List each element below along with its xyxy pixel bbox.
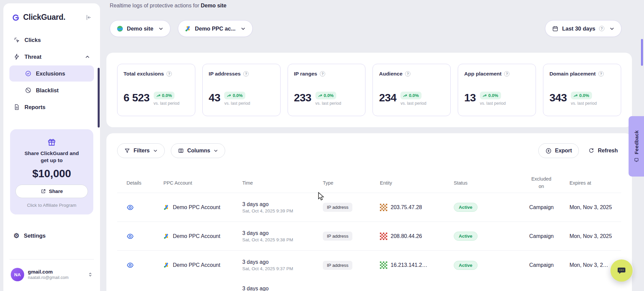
chevron-sort-icon[interactable] (87, 272, 93, 278)
affiliate-link[interactable]: Click to Affiliate Program (27, 203, 77, 208)
prohibited-icon (25, 87, 32, 94)
sidebar-item-label: Threat (24, 54, 41, 60)
feedback-tab-label: Feedback (634, 130, 639, 154)
stat-caption: vs. last period (224, 101, 250, 106)
sidebar-item-label: Clicks (24, 37, 41, 43)
col-header-status: Status (454, 180, 529, 186)
stat-value: 343 (549, 92, 567, 104)
google-ads-icon (163, 262, 169, 268)
page-scrollbar[interactable] (641, 39, 643, 66)
stat-delta: 0.0% (409, 93, 419, 98)
funnel-icon (124, 148, 130, 154)
gear-icon: ⚙ (13, 232, 19, 239)
time-relative: 3 days ago (242, 259, 268, 265)
sidebar-item-exclusions[interactable]: Exclusions (9, 65, 94, 82)
filters-button[interactable]: Filters (117, 143, 165, 158)
export-button[interactable]: Export (538, 143, 579, 158)
status-badge: Active (454, 261, 478, 270)
stat-card: App placement ? 13 0.0% vs. last period (458, 64, 536, 116)
subtitle-site-name: Demo site (201, 3, 226, 8)
status-badge: Active (454, 232, 478, 241)
affiliate-promo-card: Share ClickGuard and get up to $10,000 S… (10, 129, 93, 214)
columns-button[interactable]: Columns (171, 143, 225, 158)
sidebar-item-threat[interactable]: Threat (9, 49, 94, 65)
stat-caption: vs. last period (480, 101, 506, 106)
stat-card: IP ranges ? 233 0.0% vs. last period (288, 64, 366, 116)
help-icon[interactable]: ? (598, 71, 604, 77)
entity-identicon (380, 204, 387, 211)
refresh-button-label: Refresh (598, 148, 618, 154)
table-row[interactable]: Demo PPC Account 3 days ago Sat, Oct 4, … (117, 251, 621, 280)
stat-caption: vs. last period (400, 101, 426, 106)
calendar-icon (552, 26, 558, 32)
site-selector[interactable]: Demo site (110, 20, 170, 37)
stat-caption: vs. last period (315, 101, 341, 106)
help-icon[interactable]: ? (320, 71, 325, 77)
sidebar-item-label: Reports (24, 104, 45, 110)
table-row[interactable]: Demo PPC Account 3 days ago Sat, Oct 4, … (117, 222, 621, 251)
col-header-ppc-account: PPC Account (163, 180, 242, 186)
refresh-icon (588, 148, 594, 154)
sidebar-item-reports[interactable]: Reports (9, 99, 94, 115)
page-subtitle: Realtime logs of protective actions for … (110, 3, 227, 9)
chevron-down-icon (241, 26, 246, 31)
trend-up-icon (483, 94, 487, 98)
view-details-eye-icon[interactable] (127, 204, 134, 211)
type-badge: IP address (323, 203, 352, 212)
user-account-menu[interactable]: NA gmail.com naatali.ro@gmail.com (8, 265, 96, 284)
clickguard-logo-icon (11, 13, 20, 22)
sidebar-item-label: Exclusions (36, 70, 65, 77)
sidebar-scrollbar[interactable] (98, 68, 100, 128)
stat-label: IP ranges (294, 71, 317, 77)
table-row[interactable]: Demo PPC Account 3 days ago Sat, Oct 4, … (117, 193, 621, 222)
status-badge: Active (454, 203, 478, 212)
view-details-eye-icon[interactable] (127, 233, 134, 240)
promo-amount: $10,000 (32, 167, 71, 180)
chevron-up-icon[interactable] (85, 54, 90, 59)
help-icon[interactable]: ? (504, 71, 509, 77)
feedback-tab[interactable]: Feedback (629, 116, 644, 177)
col-header-type: Type (323, 180, 380, 186)
ppc-account-selector[interactable]: Demo PPC ac... (178, 20, 253, 37)
share-icon (41, 189, 46, 194)
stat-card: Audience ? 234 0.0% vs. last period (373, 64, 451, 116)
sidebar-nav: Clicks Threat Exclusions Blacklist (9, 32, 94, 115)
stat-delta: 0.0% (579, 93, 589, 98)
help-icon[interactable]: ? (405, 71, 410, 77)
col-header-time: Time (242, 180, 323, 186)
trend-up-icon (156, 94, 160, 98)
sidebar-item-clicks[interactable]: Clicks (9, 32, 94, 48)
sidebar: ClickGuard. Clicks Threat Exclusions (3, 3, 100, 291)
stat-label: Audience (379, 71, 402, 77)
sidebar-item-settings[interactable]: ⚙ Settings (9, 228, 94, 244)
divider (9, 259, 94, 259)
share-button[interactable]: Share (15, 185, 88, 198)
chat-bubble-icon (616, 265, 627, 276)
entity-value: 203.75.47.28 (391, 204, 422, 210)
help-icon[interactable]: ? (243, 71, 249, 77)
date-range-selector[interactable]: Last 30 days ? (545, 20, 622, 37)
table-row-partial[interactable]: 3 days ago (117, 280, 621, 291)
user-name: gmail.com (28, 269, 68, 275)
exclusions-table-panel: Filters Columns Export Refresh (106, 133, 632, 291)
refresh-button[interactable]: Refresh (585, 143, 621, 158)
col-header-excluded-on: Excluded on (529, 176, 553, 190)
stat-delta: 0.0% (162, 93, 172, 98)
ppc-account-name: Demo PPC Account (173, 233, 220, 239)
view-details-eye-icon[interactable] (127, 261, 134, 269)
promo-headline: Share ClickGuard and get up to (22, 150, 81, 164)
help-icon[interactable]: ? (599, 26, 604, 31)
subtitle-text: Realtime logs of protective actions for (110, 3, 199, 8)
stat-delta: 0.0% (488, 93, 498, 98)
sidebar-item-label: Blacklist (36, 87, 59, 94)
collapse-sidebar-icon[interactable] (85, 14, 92, 21)
date-range-value: Last 30 days (562, 26, 595, 32)
help-icon[interactable]: ? (166, 71, 172, 77)
chevron-down-icon (609, 26, 614, 31)
lightning-icon (13, 53, 20, 60)
sidebar-item-blacklist[interactable]: Blacklist (9, 82, 94, 98)
columns-button-label: Columns (187, 148, 210, 154)
trend-up-icon (227, 94, 231, 98)
chat-launcher-button[interactable] (610, 259, 633, 282)
stat-value: 234 (379, 92, 396, 104)
